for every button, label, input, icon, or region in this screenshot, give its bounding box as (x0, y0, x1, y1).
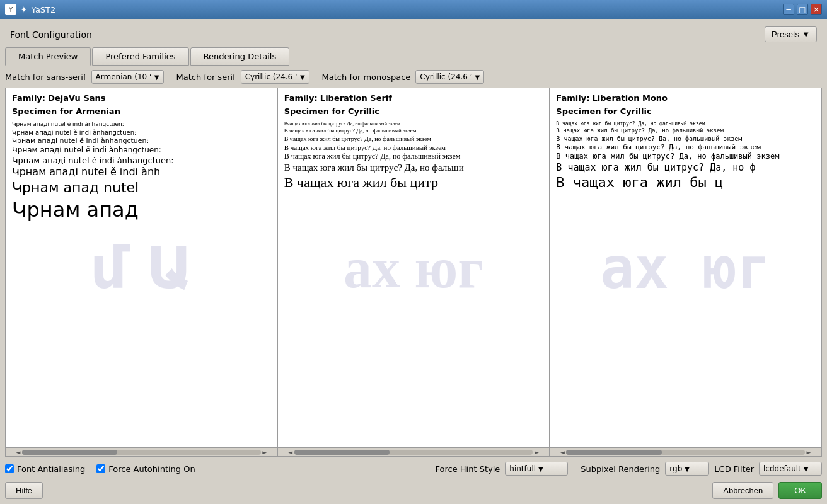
serif-dropdown-arrow: ▼ (300, 74, 305, 81)
serif-specimen-lines: Вчащах юга жил бы цитрус? Да, но фальшив… (284, 121, 543, 192)
sans-specimen-title: Specimen for Armenian (12, 106, 271, 116)
tab-preferred-families[interactable]: Prefered Families (92, 47, 188, 66)
scroll-left-icon[interactable]: ◄ (558, 449, 566, 455)
checkbox-group: Font Antialiasing Force Autohinting On (5, 464, 435, 474)
line-item: В чащах юга жил бы цитрус? Да, но фальши… (284, 143, 543, 152)
subpixel-label: Subpixel Rendering (581, 464, 660, 474)
serif-scrollbar-track[interactable] (294, 450, 533, 455)
mono-family-label: Family: Liberation Mono (556, 93, 815, 103)
serif-family-label: Family: Liberation Serif (284, 93, 543, 103)
titlebar: Y ✦ YaST2 − □ × (0, 0, 827, 19)
line-item: Կрнам апад (12, 197, 271, 224)
presets-button[interactable]: Presets ▼ (765, 26, 817, 42)
line-item: Կрнам ападі ոutel ě indi ànhangctuen: (12, 156, 271, 166)
font-antialiasing-checkbox[interactable] (5, 464, 14, 473)
subpixel-dropdown[interactable]: rgb ▼ (665, 462, 709, 476)
serif-watermark: ах юг (344, 236, 483, 301)
line-item: Կрнам ападі ոutel ě indi ànhangctuen: (12, 129, 271, 137)
mono-dropdown[interactable]: Cyrillic (24.6 ‘ ▼ (415, 70, 484, 84)
sans-dropdown-value: Armenian (10 ‘ (96, 72, 152, 81)
mono-watermark: ах юг (600, 235, 771, 301)
window-controls: − □ × (783, 4, 822, 15)
line-item: Կрнам ападі ոutel ě indi ànhangctuen: (12, 137, 271, 146)
line-item: В чащах юга жил бы цитрус? Да, но фальши… (556, 152, 815, 162)
line-item: В чащах юга жил бы цитрус? Да, но фальши… (556, 143, 815, 152)
line-item: В чащах юга жил бы цитрус? Да, но фальши… (284, 152, 543, 162)
hint-style-group: Force Hint Style hintfull ▼ (435, 462, 568, 476)
hint-style-dropdown[interactable]: hintfull ▼ (505, 462, 568, 476)
minimize-button[interactable]: − (783, 4, 794, 15)
line-item: В чащах юга жил бы цитрус? Да, но фальши… (556, 121, 815, 127)
restore-button[interactable]: □ (797, 4, 808, 15)
tab-match-preview[interactable]: Match Preview (5, 47, 91, 66)
sans-dropdown-arrow: ▼ (154, 74, 159, 81)
serif-scrollbar: ◄ ► (278, 447, 550, 456)
ok-button[interactable]: OK (778, 482, 822, 499)
mono-label: Match for monospace (322, 72, 411, 82)
subpixel-value: rgb (669, 464, 682, 473)
abbrechen-button[interactable]: Abbrechen (712, 482, 773, 499)
scroll-right-icon[interactable]: ► (533, 449, 540, 455)
scroll-right-icon[interactable]: ► (261, 449, 269, 455)
mono-scrollbar-thumb (566, 450, 661, 455)
line-item: В чащах юга жил бы цитрус? Да, но фальши… (556, 135, 815, 143)
lcd-filter-arrow-icon: ▼ (804, 466, 809, 472)
mono-family-name: Liberation Mono (593, 93, 668, 103)
scroll-left-icon[interactable]: ◄ (287, 449, 294, 455)
app-window: Font Configuration Presets ▼ Match Previ… (0, 19, 827, 504)
header-bar: Font Configuration Presets ▼ (0, 19, 827, 47)
mono-scrollbar-track[interactable] (566, 450, 805, 455)
sans-scrollbar-track[interactable] (22, 450, 261, 455)
line-item: В чащах юга жил бы цитрус? Да, но фальши… (284, 135, 543, 143)
serif-family-name: Liberation Serif (320, 93, 392, 103)
mono-panel-content: Family: Liberation Mono Specimen for Cyr… (550, 88, 821, 447)
bottom-controls: Font Antialiasing Force Autohinting On F… (0, 457, 827, 479)
serif-panel-content: Family: Liberation Serif Specimen for Cy… (278, 88, 550, 447)
action-row: Hilfe Abbrechen OK (0, 479, 827, 504)
mono-specimen-lines: В чащах юга жил бы цитрус? Да, но фальши… (556, 121, 815, 192)
line-item: В чащах юга жил бы цитр (284, 174, 543, 192)
sans-scrollbar-thumb (22, 450, 117, 455)
subpixel-arrow-icon: ▼ (685, 466, 690, 472)
hint-style-label: Force Hint Style (435, 464, 500, 474)
sans-label: Match for sans-serif (5, 72, 86, 82)
sans-specimen-lines: Կрнам ападі ոutel ě indi ànhangctuen: Կр… (12, 121, 271, 223)
serif-dropdown-value: Cyrillic (24.6 ‘ (245, 72, 298, 81)
window-title: YaST2 (32, 5, 56, 14)
hilfe-button[interactable]: Hilfe (5, 482, 43, 499)
sans-panel-content: Family: DejaVu Sans Specimen for Armenia… (6, 88, 277, 447)
line-item: В чащах юга жил бы ц (556, 174, 815, 192)
close-button[interactable]: × (811, 4, 822, 15)
sans-dropdown[interactable]: Armenian (10 ‘ ▼ (91, 70, 164, 84)
line-item: Կрнам апад ոutel (12, 179, 271, 197)
line-item: В чащах юга жил бы цитрус? Да, но фальши… (556, 127, 815, 135)
tabs-row: Match Preview Prefered Families Renderin… (0, 47, 827, 66)
hint-style-value: hintfull (509, 464, 536, 473)
scroll-right-icon[interactable]: ► (805, 449, 813, 455)
panels-row: Family: DejaVu Sans Specimen for Armenia… (0, 88, 827, 457)
mono-dropdown-arrow: ▼ (475, 74, 480, 81)
mono-scrollbar: ◄ ► (550, 447, 821, 456)
mono-dropdown-value: Cyrillic (24.6 ‘ (420, 72, 472, 81)
lcd-filter-dropdown[interactable]: lcddefault ▼ (759, 462, 822, 476)
tab-rendering-details[interactable]: Rendering Details (190, 47, 290, 66)
line-item: Вчащах юга жил бы цитрус? Да, но фальшив… (284, 121, 543, 127)
sans-family-name: DejaVu Sans (48, 93, 105, 103)
force-autohinting-item: Force Autohinting On (96, 464, 195, 474)
mono-specimen-title: Specimen for Cyrillic (556, 106, 815, 116)
sans-watermark: մ Ա (90, 235, 192, 301)
sans-scrollbar: ◄ ► (6, 447, 277, 456)
serif-specimen-title: Specimen for Cyrillic (284, 106, 543, 116)
scroll-left-icon[interactable]: ◄ (14, 449, 22, 455)
force-autohinting-checkbox[interactable] (96, 464, 105, 473)
font-antialiasing-item: Font Antialiasing (5, 464, 85, 474)
serif-dropdown[interactable]: Cyrillic (24.6 ‘ ▼ (241, 70, 309, 84)
lcd-filter-label: LCD Filter (714, 464, 754, 474)
line-item: Կрнам ападі ոutel ě indi ànhangctuen: (12, 121, 271, 129)
controls-row: Match for sans-serif Armenian (10 ‘ ▼ Ma… (0, 66, 827, 88)
line-item: В чащах юга жил бы цитрус? Да, но фальши… (284, 127, 543, 135)
titlebar-left: Y ✦ YaST2 (5, 4, 55, 15)
lcd-filter-value: lcddefault (763, 464, 801, 473)
force-autohinting-label: Force Autohinting On (108, 464, 195, 474)
presets-label: Presets (772, 30, 799, 39)
